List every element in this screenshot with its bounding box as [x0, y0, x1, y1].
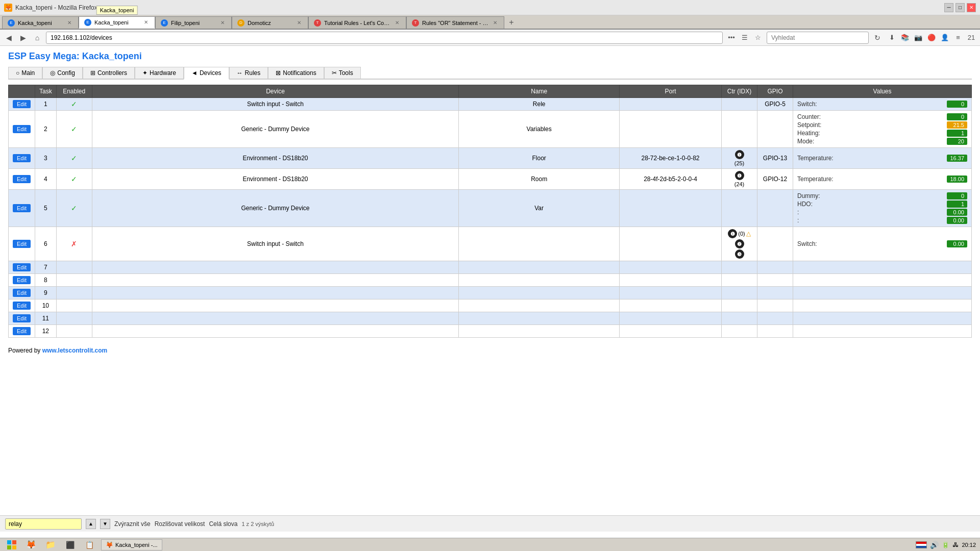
edit-btn-10[interactable]: Edit [13, 302, 31, 310]
name-1: Rele [459, 98, 620, 111]
sync-icon[interactable]: 👤 [939, 32, 950, 43]
table-row: Edit 8 [9, 274, 972, 287]
tab-bar: E Kacka_topeni ✕ Kacka_topeni E Kacka_to… [0, 15, 980, 30]
gpio-4: GPIO-12 [757, 169, 793, 190]
enabled-6: ✗ [71, 240, 77, 248]
gpio-6 [757, 227, 793, 261]
tab-controllers[interactable]: ⊞ Controllers [83, 67, 135, 79]
terminal-shortcut[interactable]: ⬛ [62, 538, 78, 552]
tab-favicon-1: E [8, 19, 15, 27]
pocket-icon[interactable]: 🔴 [926, 32, 937, 43]
highlight-all-option[interactable]: Zvýraznit vše [114, 520, 151, 528]
device-3: Environment - DS18b20 [92, 148, 459, 169]
task-4: 4 [35, 169, 56, 190]
files-shortcut[interactable]: 📁 [43, 538, 58, 552]
edit-btn-1[interactable]: Edit [13, 100, 31, 108]
tab-close-6[interactable]: ✕ [492, 19, 499, 27]
status-right: 🔊 🔋 🖧 20:12 [916, 541, 976, 549]
search-input[interactable] [767, 32, 869, 44]
back-button[interactable]: ◀ [3, 32, 14, 43]
tab-tools[interactable]: ✂ Tools [324, 67, 361, 79]
whole-word-option[interactable]: Celá slova [209, 520, 237, 528]
devices-icon: ◄ [191, 69, 198, 77]
table-row: Edit 10 [9, 299, 972, 312]
tab-close-3[interactable]: ✕ [219, 19, 226, 27]
start-button[interactable] [4, 538, 19, 552]
tab-close-1[interactable]: ✕ [66, 19, 73, 27]
table-row: Edit 12 [9, 325, 972, 338]
reload-button[interactable]: ↻ [872, 32, 883, 43]
edit-btn-3[interactable]: Edit [13, 154, 31, 162]
table-row: Edit 6 ✗ Switch input - Switch ❶ (0) △ ❷… [9, 227, 972, 261]
download-icon[interactable]: ⬇ [886, 32, 897, 43]
col-enabled: Enabled [56, 85, 92, 98]
match-case-option[interactable]: Rozlišovat velikost [155, 520, 205, 528]
address-input[interactable] [46, 32, 723, 44]
port-2 [620, 111, 722, 148]
svg-rect-3 [12, 545, 16, 549]
tab-kacka2[interactable]: Kacka_topeni E Kacka_topeni ✕ [79, 16, 155, 29]
tab-favicon-3: E [161, 19, 168, 27]
ctr-1 [722, 98, 757, 111]
table-row: Edit 9 [9, 287, 972, 299]
table-row: Edit 7 [9, 261, 972, 274]
tab-tutorial1[interactable]: T Tutorial Rules - Let's Contr... ✕ [308, 16, 406, 29]
home-button[interactable]: ⌂ [32, 32, 43, 43]
edit-btn-12[interactable]: Edit [13, 327, 31, 335]
edit-btn-4[interactable]: Edit [13, 175, 31, 183]
tab-hardware[interactable]: ✦ Hardware [135, 67, 184, 79]
tab-close-5[interactable]: ✕ [394, 19, 401, 27]
ctr-icon-4: ❶ [735, 171, 744, 180]
edit-btn-11[interactable]: Edit [13, 314, 31, 322]
tab-favicon-6: T [412, 19, 419, 27]
col-name: Name [459, 85, 620, 98]
device-6: Switch input - Switch [92, 227, 459, 261]
tab-rules[interactable]: ↔ Rules [229, 67, 268, 79]
more-button[interactable]: ••• [726, 32, 737, 43]
screenshot-icon[interactable]: 📷 [913, 32, 924, 43]
tab-devices[interactable]: ◄ Devices [184, 67, 229, 80]
tab-main[interactable]: ○ Main [8, 67, 42, 79]
browser-shortcut[interactable]: 🦊 [23, 538, 39, 552]
menu-icon[interactable]: ≡ [952, 32, 964, 43]
taskbar-task-kacka[interactable]: 🦊 Kacka_topeni -... [101, 539, 162, 550]
find-next-button[interactable]: ▼ [100, 519, 110, 529]
values-4: Temperature: 18.00 [793, 169, 972, 190]
tab-tooltip: Kacka_topeni [96, 6, 138, 15]
table-row: Edit 4 ✓ Environment - DS18b20 Room 28-4… [9, 169, 972, 190]
tab-tutorial2[interactable]: T Rules "OR" Statement - Let... ✕ [406, 16, 504, 29]
edit-btn-5[interactable]: Edit [13, 204, 31, 212]
bookmark-icon[interactable]: ☆ [752, 32, 764, 43]
new-tab-button[interactable]: + [504, 16, 519, 29]
library-icon[interactable]: 📚 [899, 32, 911, 43]
find-prev-button[interactable]: ▲ [86, 519, 96, 529]
restore-button[interactable]: □ [955, 3, 965, 12]
tab-config[interactable]: ◎ Config [42, 67, 83, 79]
tab-domoticz[interactable]: D Domoticz ✕ [232, 16, 308, 29]
footer-link[interactable]: www.letscontrolit.com [42, 347, 108, 354]
language-flag [916, 541, 927, 548]
enabled-3: ✓ [71, 154, 77, 162]
find-input[interactable] [5, 518, 82, 530]
forward-button[interactable]: ▶ [17, 32, 29, 43]
app-shortcut[interactable]: 📋 [82, 538, 97, 552]
gpio-1: GPIO-5 [757, 98, 793, 111]
rules-icon: ↔ [237, 69, 243, 77]
edit-btn-9[interactable]: Edit [13, 289, 31, 297]
notifications-icon: ⊠ [276, 69, 281, 77]
tab-notifications[interactable]: ⊠ Notifications [268, 67, 324, 79]
audio-icon[interactable]: 🔊 [930, 541, 939, 549]
edit-btn-7[interactable]: Edit [13, 263, 31, 271]
minimize-button[interactable]: ─ [944, 3, 953, 12]
extra-icon[interactable]: 21 [966, 32, 977, 43]
warning-icon-6: △ [746, 230, 751, 237]
tab-close-2[interactable]: ✕ [142, 19, 150, 26]
close-button[interactable]: ✕ [967, 3, 976, 12]
tab-kacka1[interactable]: E Kacka_topeni ✕ [2, 16, 79, 29]
edit-btn-8[interactable]: Edit [13, 276, 31, 284]
edit-btn-6[interactable]: Edit [13, 240, 31, 248]
gpio-2 [757, 111, 793, 148]
tab-filip[interactable]: E Filip_topeni ✕ [155, 16, 232, 29]
edit-btn-2[interactable]: Edit [13, 125, 31, 133]
tab-close-4[interactable]: ✕ [296, 19, 303, 27]
